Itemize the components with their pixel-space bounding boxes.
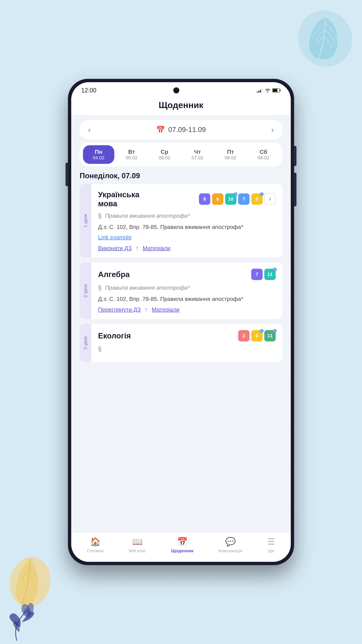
app-header: Щоденник (71, 96, 291, 115)
materials-button-1[interactable]: Матеріали (143, 245, 170, 252)
day-tabs: Пн 04.02 Вт 05.02 Ср 06.02 Чт 07.02 (80, 142, 282, 166)
grade-badges-2: 7 11 i (251, 269, 276, 280)
svg-marker-5 (256, 91, 258, 92)
day-name-tue: Вт (128, 148, 135, 155)
lesson-actions-1: Виконати ДЗ ↑ Матеріали (98, 244, 276, 252)
content-area[interactable]: ‹ 📅 07.09-11.09 › Пн 04.02 Вт 05.0 (71, 115, 291, 533)
day-date-tue: 05.02 (126, 155, 137, 160)
nav-item-myclass[interactable]: 📖 Мій клас (129, 537, 146, 554)
week-navigator: ‹ 📅 07.09-11.09 › (80, 120, 282, 139)
volume-up-button (294, 173, 297, 206)
lesson-number-strip-2: 2 урок (80, 263, 91, 319)
day-tab-fri[interactable]: Пт 08.02 (215, 145, 246, 164)
status-icons (256, 88, 281, 93)
grade-badge-11[interactable]: 11 i (264, 269, 276, 280)
grade-badge-7[interactable]: 7 (238, 193, 250, 205)
grade-badges-1: 8 6 10 i 7 6 i (199, 193, 276, 205)
power-button (294, 146, 297, 166)
phone-screen: 12:00 (71, 82, 291, 562)
grade-badge-10[interactable]: 10 i (225, 193, 237, 205)
day-name-fri: Пт (227, 148, 234, 155)
view-homework-button-2[interactable]: Переглянути ДЗ (98, 306, 141, 313)
lesson-number-strip-3: 3 урок (80, 324, 91, 362)
day-name-mon: Пн (95, 148, 102, 155)
grade-badge-6b[interactable]: 6 i (251, 193, 263, 205)
paragraph-icon-2: § (98, 284, 102, 291)
section-date: Понеділок, 07.09 (80, 172, 282, 180)
lesson-number-1: 1 урок (83, 214, 88, 228)
nav-label-more: Ще (268, 548, 274, 554)
lesson-title-2: Алгебра (98, 270, 130, 279)
week-label: 📅 07.09-11.09 (156, 126, 206, 134)
materials-button-2[interactable]: Матеріали (152, 306, 179, 313)
paragraph-icon-3: § (98, 346, 102, 353)
lesson-title-row-3: Екологія 2 6 i 11 i (98, 330, 276, 342)
day-tab-mon[interactable]: Пн 04.02 (83, 145, 114, 164)
nav-item-home[interactable]: 🏠 Головна (87, 537, 104, 554)
paragraph-icon-1: § (98, 212, 102, 219)
svg-marker-7 (260, 88, 261, 92)
grade-badge-2[interactable]: 2 (238, 330, 250, 342)
grade-badge-info[interactable]: i (264, 193, 276, 205)
day-tab-sat[interactable]: Сб 08.02 (248, 145, 279, 164)
lesson-number-strip-1: 1 урок (80, 184, 91, 258)
myclass-icon: 📖 (132, 537, 143, 546)
grade-badge-8[interactable]: 8 (199, 193, 210, 205)
next-week-button[interactable]: › (271, 125, 274, 134)
topic-text-1: Правила вживання апострофа* (105, 212, 190, 219)
day-date-wed: 06.02 (159, 155, 170, 160)
lesson-card-2: 2 урок Алгебра 7 11 i (80, 263, 282, 319)
lesson-card-1: 1 урок Українськамова 8 6 10 i (80, 184, 282, 258)
nav-item-diary[interactable]: 📅 Щоденник (171, 537, 193, 554)
lesson-title-row-1: Українськамова 8 6 10 i 7 6 (98, 190, 276, 208)
topic-text-2: Правила вживання апострофа* (105, 284, 190, 291)
day-tab-tue[interactable]: Вт 05.02 (116, 145, 147, 164)
lesson-number-3: 3 урок (83, 336, 88, 350)
lesson-actions-2: Переглянути ДЗ ↑ Матеріали (98, 306, 276, 313)
battery-icon (272, 88, 281, 92)
more-icon: ☰ (267, 537, 275, 546)
prev-week-button[interactable]: ‹ (88, 125, 91, 134)
svg-marker-6 (258, 90, 259, 92)
homework-text-1: Д.з: С. 102, Впр. 78-85. Правила вживанн… (98, 223, 276, 231)
lesson-title-3: Екологія (98, 331, 131, 340)
grade-badge-6a[interactable]: 6 (212, 193, 223, 205)
nav-label-comm: Комунікація (219, 548, 242, 554)
day-tab-wed[interactable]: Ср 06.02 (149, 145, 180, 164)
calendar-icon: 📅 (156, 126, 165, 134)
status-bar: 12:00 (71, 82, 291, 96)
lesson-topic-2: § Правила вживання апострофа* (98, 284, 276, 291)
day-date-fri: 08.02 (225, 155, 236, 160)
nav-label-diary: Щоденник (171, 548, 193, 554)
grade-badge-11b[interactable]: 11 i (264, 330, 276, 342)
lesson-number-2: 2 урок (83, 284, 88, 298)
day-tab-thu[interactable]: Чт 07.02 (182, 145, 213, 164)
upload-icon-2: ↑ (145, 306, 148, 313)
diary-icon: 📅 (177, 537, 188, 546)
lesson-content-2: Алгебра 7 11 i § Правила вжива (91, 263, 282, 319)
phone-frame: 12:00 (68, 79, 294, 565)
svg-marker-8 (261, 88, 263, 92)
volume-button (65, 163, 68, 186)
camera-dot (173, 88, 179, 94)
lesson-content-1: Українськамова 8 6 10 i 7 6 (91, 184, 282, 258)
bottom-nav: 🏠 Головна 📖 Мій клас 📅 Щоденник 💬 Комуні… (71, 533, 291, 562)
comm-icon: 💬 (225, 537, 236, 546)
grade-badge-7b[interactable]: 7 (251, 269, 263, 280)
wifi-icon (265, 88, 271, 93)
grade-badge-6c[interactable]: 6 i (251, 330, 263, 342)
week-range: 07.09-11.09 (168, 126, 206, 134)
lesson-content-3: Екологія 2 6 i 11 i (91, 324, 282, 362)
link-example-1[interactable]: Link example (98, 234, 276, 240)
day-date-mon: 04.02 (93, 155, 104, 160)
svg-rect-10 (280, 90, 281, 91)
svg-rect-11 (273, 89, 277, 92)
signal-icon (256, 88, 263, 93)
lesson-card-3: 3 урок Екологія 2 6 i (80, 324, 282, 362)
nav-label-home: Головна (87, 548, 104, 554)
nav-item-comm[interactable]: 💬 Комунікація (219, 537, 242, 554)
complete-homework-button-1[interactable]: Виконати ДЗ (98, 245, 132, 252)
status-time: 12:00 (81, 87, 96, 94)
upload-icon-1: ↑ (136, 244, 139, 252)
nav-item-more[interactable]: ☰ Ще (267, 537, 275, 554)
